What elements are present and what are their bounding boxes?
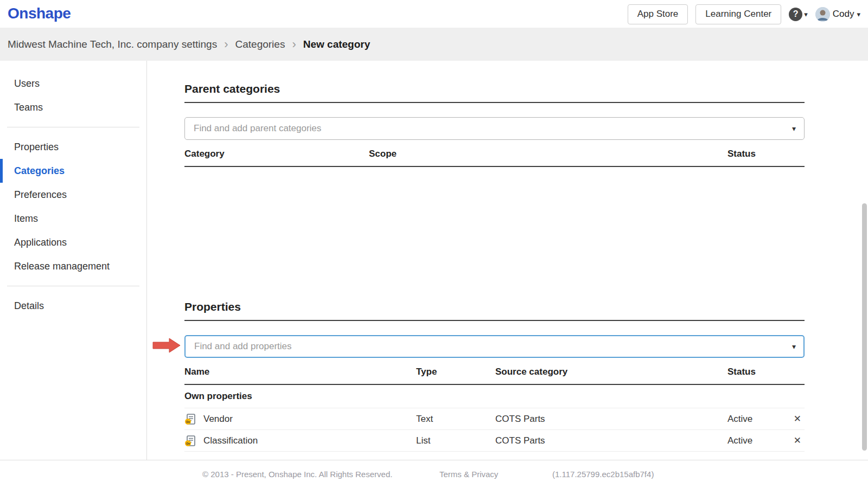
build-version: (1.117.25799.ec2b15afb7f4): [552, 470, 654, 479]
copyright-text: © 2013 - Present, Onshape Inc. All Right…: [202, 470, 392, 479]
remove-property-button[interactable]: ✕: [782, 413, 805, 425]
app-store-button[interactable]: App Store: [628, 4, 688, 24]
property-status: Active: [727, 414, 782, 425]
sidebar-item-properties[interactable]: Properties: [0, 135, 146, 159]
property-source-category: COTS Parts: [495, 435, 727, 446]
chevron-right-icon: ›: [224, 38, 228, 50]
parent-categories-search-input[interactable]: [184, 117, 805, 140]
help-menu[interactable]: ? ▾: [789, 8, 808, 21]
footer: © 2013 - Present, Onshape Inc. All Right…: [0, 460, 868, 488]
close-icon[interactable]: ✕: [794, 435, 801, 446]
sidebar-item-release-management[interactable]: Release management: [0, 254, 146, 278]
column-header-scope: Scope: [369, 149, 727, 159]
help-icon[interactable]: ?: [789, 8, 802, 21]
breadcrumb-new-category: New category: [303, 38, 371, 50]
column-header-name: Name: [184, 367, 416, 377]
terms-privacy-link[interactable]: Terms & Privacy: [439, 470, 498, 479]
sidebar-item-applications[interactable]: Applications: [0, 230, 146, 254]
parent-categories-table-header: Category Scope Status: [184, 149, 805, 167]
column-header-status: Status: [727, 149, 805, 159]
annotation-arrow: [152, 337, 181, 356]
sidebar-divider: [7, 286, 139, 286]
own-properties-group-label: Own properties: [184, 385, 805, 408]
column-header-category: Category: [184, 149, 369, 159]
property-name-cell: On Vendor: [184, 413, 416, 425]
svg-text:On: On: [186, 420, 190, 423]
chevron-right-icon: ›: [292, 38, 296, 50]
remove-property-button[interactable]: ✕: [782, 435, 805, 446]
sidebar-item-items[interactable]: Items: [0, 207, 146, 230]
learning-center-button[interactable]: Learning Center: [695, 4, 781, 24]
chevron-down-icon: ▾: [857, 10, 860, 18]
onshape-settings-page: Onshape App Store Learning Center ? ▾ Co…: [0, 0, 868, 488]
parent-categories-title: Parent categories: [184, 82, 805, 103]
properties-search-input[interactable]: [184, 335, 805, 358]
sidebar-item-teams[interactable]: Teams: [0, 95, 146, 119]
breadcrumb-categories[interactable]: Categories: [235, 38, 285, 50]
property-type: Text: [416, 414, 495, 425]
column-header-status: Status: [727, 367, 782, 377]
top-bar-actions: App Store Learning Center ? ▾ Cody ▾: [628, 4, 860, 24]
sidebar-item-preferences[interactable]: Preferences: [0, 183, 146, 207]
breadcrumb: Midwest Machine Tech, Inc. company setti…: [0, 28, 868, 61]
property-name: Classification: [203, 435, 258, 446]
breadcrumb-company-settings[interactable]: Midwest Machine Tech, Inc. company setti…: [8, 38, 217, 50]
chevron-down-icon: ▾: [804, 10, 808, 18]
close-icon[interactable]: ✕: [794, 413, 801, 425]
dropdown-caret-icon[interactable]: ▾: [792, 124, 796, 133]
parent-categories-combobox: ▾: [184, 117, 805, 140]
user-name: Cody: [833, 9, 854, 20]
sidebar-item-categories[interactable]: Categories: [0, 159, 146, 183]
parent-categories-empty-table: [184, 167, 805, 300]
new-category-form: Parent categories ▾ Category Scope Statu…: [184, 61, 805, 452]
properties-combobox: ▾: [184, 335, 805, 358]
table-row: On Vendor Text COTS Parts Active ✕: [184, 408, 805, 430]
sidebar-item-details[interactable]: Details: [0, 294, 146, 318]
svg-text:On: On: [186, 441, 190, 445]
avatar-image: [815, 7, 830, 22]
avatar[interactable]: [815, 7, 830, 22]
sidebar-item-users[interactable]: Users: [0, 72, 146, 95]
properties-table-header: Name Type Source category Status: [184, 367, 805, 385]
column-header-type: Type: [416, 367, 495, 377]
user-menu[interactable]: Cody ▾: [815, 7, 860, 22]
table-row: On Classification List COTS Parts Active…: [184, 430, 805, 452]
properties-title: Properties: [184, 300, 805, 321]
onshape-logo[interactable]: Onshape: [8, 5, 71, 22]
property-name: Vendor: [203, 414, 233, 425]
main-panel: Parent categories ▾ Category Scope Statu…: [148, 61, 868, 460]
property-source-category: COTS Parts: [495, 414, 727, 425]
dropdown-caret-icon[interactable]: ▾: [792, 342, 796, 351]
property-status: Active: [727, 435, 782, 446]
vertical-scrollbar[interactable]: [862, 203, 867, 451]
top-bar: Onshape App Store Learning Center ? ▾ Co…: [0, 0, 868, 28]
property-icon: On: [184, 413, 196, 425]
property-name-cell: On Classification: [184, 435, 416, 447]
column-header-actions: [782, 367, 805, 377]
property-type: List: [416, 435, 495, 446]
property-icon: On: [184, 435, 196, 447]
column-header-source-category: Source category: [495, 367, 727, 377]
sidebar-divider: [7, 127, 139, 127]
settings-sidebar: Users Teams Properties Categories Prefer…: [0, 61, 147, 460]
